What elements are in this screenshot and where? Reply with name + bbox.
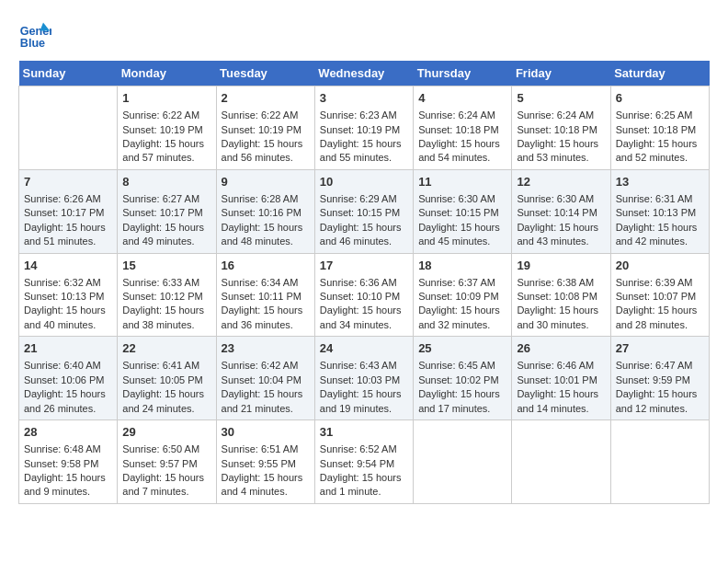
day-info: Sunset: 10:11 PM	[222, 290, 310, 304]
day-info: Sunrise: 6:31 AM	[616, 192, 704, 206]
calendar-cell: 1Sunrise: 6:22 AMSunset: 10:19 PMDayligh…	[118, 86, 216, 170]
calendar-cell: 12Sunrise: 6:30 AMSunset: 10:14 PMDaylig…	[512, 169, 610, 253]
day-info: Sunset: 10:04 PM	[222, 373, 310, 387]
day-number: 26	[517, 340, 605, 357]
day-number: 11	[418, 174, 506, 190]
calendar-week-row: 1Sunrise: 6:22 AMSunset: 10:19 PMDayligh…	[19, 86, 710, 170]
day-info: Sunset: 10:18 PM	[517, 123, 605, 137]
calendar-cell: 27Sunrise: 6:47 AMSunset: 9:59 PMDayligh…	[610, 337, 709, 420]
day-number: 17	[320, 258, 408, 274]
weekday-header: Friday	[512, 61, 610, 86]
day-info: Sunrise: 6:30 AM	[517, 192, 605, 206]
day-info: Daylight: 15 hours and 14 minutes.	[517, 387, 605, 416]
day-info: Sunrise: 6:25 AM	[616, 109, 704, 122]
day-info: Sunrise: 6:46 AM	[517, 359, 605, 373]
day-info: Sunrise: 6:48 AM	[24, 442, 112, 456]
calendar-cell: 19Sunrise: 6:38 AMSunset: 10:08 PMDaylig…	[512, 253, 610, 337]
day-info: Sunset: 10:13 PM	[616, 206, 704, 220]
day-number: 28	[24, 424, 112, 441]
day-info: Daylight: 15 hours and 56 minutes.	[222, 137, 310, 166]
day-info: Sunset: 10:05 PM	[122, 373, 210, 387]
calendar-cell: 28Sunrise: 6:48 AMSunset: 9:58 PMDayligh…	[19, 420, 118, 504]
day-info: Sunrise: 6:40 AM	[24, 359, 112, 373]
day-number: 31	[320, 424, 408, 441]
day-number: 30	[222, 424, 310, 441]
day-info: Sunset: 10:17 PM	[122, 206, 210, 220]
day-info: Sunset: 10:13 PM	[24, 290, 112, 304]
day-info: Daylight: 15 hours and 55 minutes.	[320, 137, 408, 166]
calendar-cell: 23Sunrise: 6:42 AMSunset: 10:04 PMDaylig…	[216, 337, 314, 420]
calendar-cell: 29Sunrise: 6:50 AMSunset: 9:57 PMDayligh…	[118, 420, 216, 504]
day-info: Daylight: 15 hours and 57 minutes.	[122, 137, 210, 166]
day-number: 15	[122, 258, 210, 274]
day-info: Sunrise: 6:39 AM	[616, 276, 704, 290]
day-info: Sunrise: 6:37 AM	[418, 276, 506, 290]
day-info: Daylight: 15 hours and 40 minutes.	[24, 304, 112, 332]
calendar-cell: 22Sunrise: 6:41 AMSunset: 10:05 PMDaylig…	[118, 337, 216, 420]
day-info: Sunset: 10:01 PM	[517, 373, 605, 387]
day-number: 13	[616, 174, 704, 190]
day-info: Daylight: 15 hours and 54 minutes.	[418, 137, 506, 166]
calendar-cell: 20Sunrise: 6:39 AMSunset: 10:07 PMDaylig…	[610, 253, 709, 337]
day-info: Sunset: 10:16 PM	[222, 206, 310, 220]
calendar-cell: 3Sunrise: 6:23 AMSunset: 10:19 PMDayligh…	[314, 86, 413, 170]
day-info: Daylight: 15 hours and 42 minutes.	[616, 221, 704, 249]
day-info: Sunset: 10:18 PM	[418, 123, 506, 137]
day-info: Daylight: 15 hours and 34 minutes.	[320, 304, 408, 332]
day-info: Daylight: 15 hours and 43 minutes.	[517, 221, 605, 249]
weekday-header: Wednesday	[314, 61, 413, 86]
calendar-cell: 6Sunrise: 6:25 AMSunset: 10:18 PMDayligh…	[610, 86, 709, 170]
calendar-cell: 26Sunrise: 6:46 AMSunset: 10:01 PMDaylig…	[512, 337, 610, 420]
day-info: Daylight: 15 hours and 36 minutes.	[222, 304, 310, 332]
day-info: Daylight: 15 hours and 46 minutes.	[320, 221, 408, 249]
weekday-header: Saturday	[610, 61, 709, 86]
day-info: Sunset: 10:19 PM	[122, 123, 210, 137]
weekday-header: Tuesday	[216, 61, 314, 86]
day-info: Daylight: 15 hours and 32 minutes.	[418, 304, 506, 332]
day-number: 14	[24, 258, 112, 274]
calendar-header-row: SundayMondayTuesdayWednesdayThursdayFrid…	[19, 61, 710, 86]
day-info: Sunset: 9:55 PM	[222, 457, 310, 471]
day-info: Sunset: 10:12 PM	[122, 290, 210, 304]
calendar-cell: 10Sunrise: 6:29 AMSunset: 10:15 PMDaylig…	[314, 169, 413, 253]
calendar-week-row: 7Sunrise: 6:26 AMSunset: 10:17 PMDayligh…	[19, 169, 710, 253]
calendar-cell: 13Sunrise: 6:31 AMSunset: 10:13 PMDaylig…	[610, 169, 709, 253]
day-info: Sunrise: 6:45 AM	[418, 359, 506, 373]
day-info: Sunset: 10:19 PM	[222, 123, 310, 137]
calendar-week-row: 28Sunrise: 6:48 AMSunset: 9:58 PMDayligh…	[19, 420, 710, 504]
day-number: 25	[418, 340, 506, 357]
day-number: 9	[222, 174, 310, 190]
day-number: 4	[418, 90, 506, 107]
day-number: 20	[616, 258, 704, 274]
day-info: Sunset: 9:59 PM	[616, 373, 704, 387]
calendar-cell: 7Sunrise: 6:26 AMSunset: 10:17 PMDayligh…	[19, 169, 118, 253]
page-header: General Blue	[18, 18, 710, 52]
day-info: Sunrise: 6:34 AM	[222, 276, 310, 290]
day-number: 8	[122, 174, 210, 190]
day-number: 16	[222, 258, 310, 274]
calendar-table: SundayMondayTuesdayWednesdayThursdayFrid…	[18, 61, 710, 504]
day-info: Sunrise: 6:22 AM	[222, 109, 310, 122]
day-info: Sunrise: 6:52 AM	[320, 442, 408, 456]
day-info: Daylight: 15 hours and 19 minutes.	[320, 387, 408, 416]
calendar-cell	[414, 420, 512, 504]
day-info: Sunrise: 6:24 AM	[418, 109, 506, 122]
calendar-week-row: 14Sunrise: 6:32 AMSunset: 10:13 PMDaylig…	[19, 253, 710, 337]
day-info: Sunset: 10:06 PM	[24, 373, 112, 387]
day-number: 24	[320, 340, 408, 357]
logo-icon: General Blue	[18, 18, 51, 52]
day-info: Sunset: 10:09 PM	[418, 290, 506, 304]
day-info: Daylight: 15 hours and 9 minutes.	[24, 471, 112, 500]
day-info: Daylight: 15 hours and 24 minutes.	[122, 387, 210, 416]
calendar-cell	[610, 420, 709, 504]
day-number: 18	[418, 258, 506, 274]
day-number: 6	[616, 90, 704, 107]
calendar-cell: 18Sunrise: 6:37 AMSunset: 10:09 PMDaylig…	[414, 253, 512, 337]
day-info: Sunrise: 6:43 AM	[320, 359, 408, 373]
day-info: Daylight: 15 hours and 53 minutes.	[517, 137, 605, 166]
calendar-cell: 21Sunrise: 6:40 AMSunset: 10:06 PMDaylig…	[19, 337, 118, 420]
calendar-cell	[19, 86, 118, 170]
calendar-week-row: 21Sunrise: 6:40 AMSunset: 10:06 PMDaylig…	[19, 337, 710, 420]
day-info: Daylight: 15 hours and 21 minutes.	[222, 387, 310, 416]
day-number: 1	[122, 90, 210, 107]
